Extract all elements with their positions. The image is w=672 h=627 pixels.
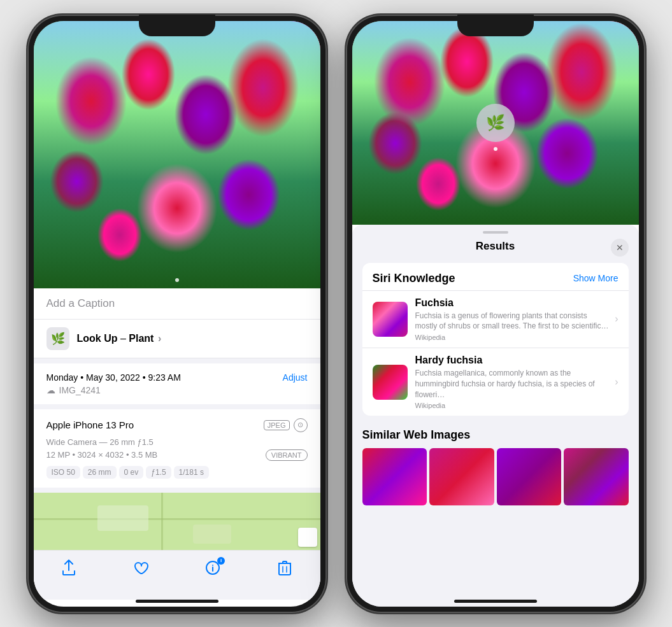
exif-aperture: ƒ1.5 [146,466,171,479]
photo-indicator [175,278,179,282]
results-content: Siri Knowledge Show More Fuchsia Fuchsia… [352,258,639,600]
similar-images-section: Similar Web Images [352,421,639,509]
sheet-title: Results [476,240,515,253]
camera-settings-icon: ⊙ [294,418,308,432]
svg-point-7 [212,565,213,566]
result-item-hardy-fuchsia[interactable]: Hardy fuchsia Fuchsia magellanica, commo… [362,348,629,416]
hardy-fuchsia-text: Hardy fuchsia Fuchsia magellanica, commo… [415,355,610,409]
device-section: Apple iPhone 13 Pro JPEG ⊙ Wide Camera —… [34,409,320,488]
exif-iso: ISO 50 [46,466,80,479]
siri-knowledge-section: Siri Knowledge Show More Fuchsia Fuchsia… [362,263,629,416]
similar-image-2[interactable] [429,448,494,505]
similar-images-grid [362,448,629,505]
delete-button[interactable] [275,558,294,577]
hardy-fuchsia-description: Fuchsia magellanica, commonly known as t… [415,368,610,400]
filename: IMG_4241 [59,385,101,395]
close-button[interactable]: ✕ [611,239,629,257]
info-button[interactable]: i [203,558,222,577]
exif-shutter: 1/181 s [174,466,209,479]
home-indicator [136,600,218,603]
camera-spec: Wide Camera — 26 mm ƒ1.5 [46,437,308,447]
caption-field[interactable]: Add a Caption [34,288,320,320]
photo-display-2: 🌿 [352,21,639,225]
phone-2: 🌿 Results ✕ Siri Knowledge [346,15,645,613]
adjust-button[interactable]: Adjust [283,372,308,383]
lookup-row[interactable]: 🌿 Look Up – Plant › [34,320,320,358]
photo-info-area: Add a Caption 🌿 Look Up – Plant › Monday… [34,288,320,600]
svg-rect-1 [34,518,320,520]
lookup-chevron-icon: › [158,333,161,344]
home-indicator-2 [454,600,537,603]
svg-rect-0 [34,493,320,550]
photo-display [34,21,320,288]
hardy-fuchsia-chevron-icon: › [615,376,618,388]
info-badge-dot: i [217,557,225,565]
lookup-dot [494,147,497,151]
similar-image-3[interactable] [497,448,562,505]
photo-date: Monday • May 30, 2022 • 9:23 AM [46,372,181,383]
lookup-label: Look Up – Plant › [77,333,162,344]
cloud-icon: ☁ [46,385,55,395]
lookup-icon: 🌿 [46,327,69,350]
format-badge: JPEG [264,420,290,430]
leaf-icon: 🌿 [486,114,505,132]
style-badge: VIBRANT [266,449,308,461]
favorite-button[interactable] [131,558,150,577]
fuchsia-thumbnail [373,302,408,337]
exif-focal: 26 mm [83,466,117,479]
fuchsia-title: Fuchsia [415,297,610,309]
share-button[interactable] [59,558,78,577]
show-more-button[interactable]: Show More [573,273,618,283]
result-item-fuchsia[interactable]: Fuchsia Fuchsia is a genus of flowering … [362,290,629,348]
fuchsia-description: Fuchsia is a genus of flowering plants t… [415,311,610,332]
svg-rect-2 [161,493,163,550]
toolbar: i [34,550,320,590]
svg-rect-3 [97,505,148,531]
caption-placeholder: Add a Caption [46,297,115,309]
hardy-fuchsia-title: Hardy fuchsia [415,355,610,366]
similar-images-title: Similar Web Images [362,428,629,442]
sheet-header: Results ✕ [352,234,639,258]
similar-image-1[interactable] [362,448,427,505]
device-name: Apple iPhone 13 Pro [46,419,134,430]
fuchsia-text: Fuchsia Fuchsia is a genus of flowering … [415,297,610,342]
exif-row: ISO 50 26 mm 0 ev ƒ1.5 1/181 s [46,466,308,479]
hardy-fuchsia-thumbnail [373,365,408,400]
close-icon: ✕ [616,243,624,253]
visual-lookup-button[interactable]: 🌿 [476,104,515,142]
mp-spec: 12 MP • 3024 × 4032 • 3.5 MB [46,450,158,460]
phone-1: Add a Caption 🌿 Look Up – Plant › Monday… [27,15,327,613]
svg-rect-8 [279,563,290,575]
fuchsia-source: Wikipedia [415,334,610,341]
map-thumbnail[interactable] [34,493,320,550]
hardy-fuchsia-source: Wikipedia [415,402,610,409]
siri-knowledge-title: Siri Knowledge [373,272,455,285]
results-sheet: Results ✕ Siri Knowledge Show More [352,225,639,607]
svg-rect-4 [193,525,231,544]
exif-ev: 0 ev [119,466,144,479]
meta-section: Monday • May 30, 2022 • 9:23 AM Adjust ☁… [34,363,320,404]
fuchsia-chevron-icon: › [615,313,618,325]
similar-image-4[interactable] [564,448,629,505]
